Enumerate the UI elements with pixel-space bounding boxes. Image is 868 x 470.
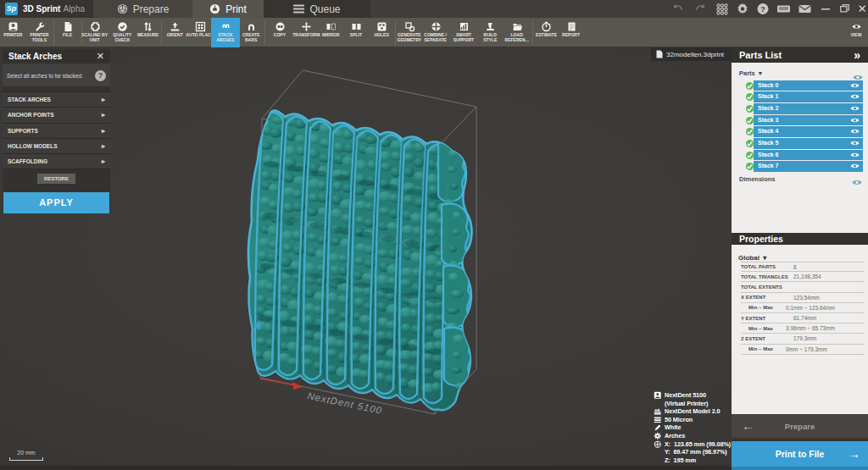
- svg-text:NextDent 5100: NextDent 5100: [307, 390, 383, 416]
- svg-text:?: ?: [760, 5, 765, 14]
